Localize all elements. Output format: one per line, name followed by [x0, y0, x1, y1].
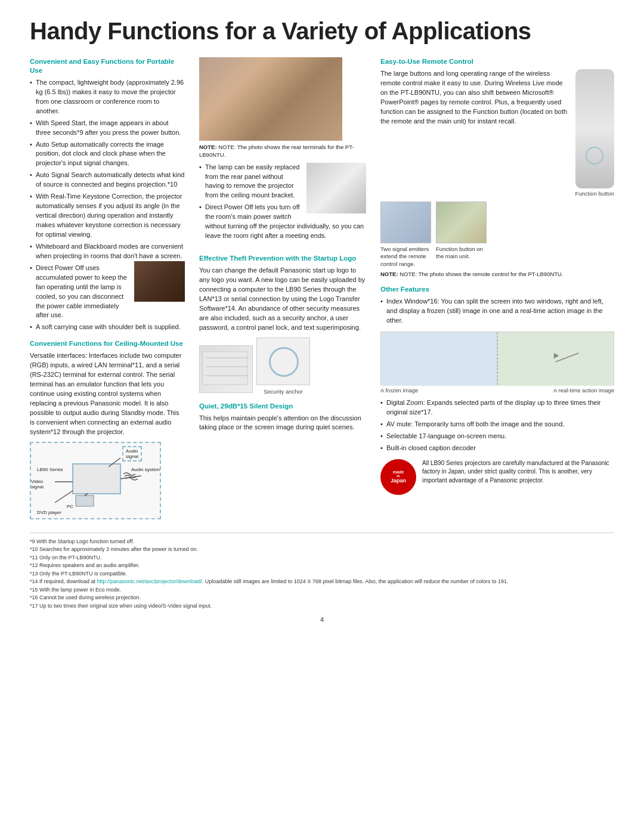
ceiling-body: Versatile interfaces: Interfaces include… [30, 351, 185, 436]
mij-japan: Japan [391, 478, 406, 484]
section-remote-title: Easy-to-Use Remote Control [380, 57, 614, 66]
lb90-diagram: Audiosignal LB90 Series Videosignal PC D… [30, 442, 161, 519]
remote-text: The large buttons and long operating ran… [380, 69, 571, 131]
list-item: The lamp can be easily replaced from the… [199, 163, 366, 201]
svg-line-3 [55, 491, 73, 503]
security-anchor-label: Security anchor [256, 388, 310, 395]
list-item: AV mute: Temporarily turns off both the … [380, 420, 614, 429]
section-ceiling-title: Convenient Functions for Ceiling-Mounted… [30, 339, 185, 348]
index-caption-left: A frozen image [380, 387, 418, 394]
signal-emitter-image-right [436, 202, 487, 243]
top-classroom-image [199, 57, 342, 141]
list-item: Index Window*16: You can split the scree… [380, 297, 614, 326]
footnote-17: *17 Up to two times their original size … [30, 602, 614, 611]
remote-control-image [575, 69, 614, 188]
footnotes-section: *9 With the Startup Logo function turned… [30, 532, 614, 611]
column-mid: NOTE: NOTE: The photo shows the rear ter… [199, 57, 366, 437]
theft-body: You can change the default Panasonic sta… [199, 266, 366, 333]
other-features-list-2: Digital Zoom: Expands selected parts of … [380, 398, 614, 453]
footnote-10: *10 Searches for approximately 3 minutes… [30, 546, 614, 554]
security-anchor-row: Security anchor [199, 337, 366, 395]
index-caption-right: A real-time action image [553, 387, 614, 394]
svg-rect-0 [73, 464, 120, 494]
signal-caption-right: Function button on the main unit. [436, 246, 487, 268]
list-item: Direct Power Off uses accumulated power … [30, 264, 185, 321]
other-features-list: Index Window*16: You can split the scree… [380, 297, 614, 326]
footnote-13: *13 Only the PT-LB90NTU is compatible. [30, 570, 614, 578]
list-item: Selectable 17-language on-screen menu. [380, 432, 614, 441]
section-portable-title: Convenient and Easy Functions for Portab… [30, 57, 185, 75]
page-title: Handy Functions for a Variety of Applica… [30, 18, 614, 44]
index-window-image [380, 332, 614, 385]
quiet-body: This helps maintain people's attention o… [199, 414, 366, 433]
remote-container: The large buttons and long operating ran… [380, 69, 614, 197]
mij-made: made [393, 470, 404, 474]
mij-text: All LB90 Series projectors are carefully… [422, 459, 614, 485]
footnote-15: *15 With the lamp power in Eco mode. [30, 586, 614, 594]
footnote-9: *9 With the Startup Logo function turned… [30, 538, 614, 546]
portable-bullets: The compact, lightweight body (approxima… [30, 78, 185, 332]
security-anchor-image-left [199, 345, 253, 393]
note-rear-terminals: NOTE: NOTE: The photo shows the rear ter… [199, 143, 366, 159]
signal-emitter-image-left [380, 202, 431, 243]
list-item: A soft carrying case with shoulder belt … [30, 323, 185, 332]
security-anchor-image-right [256, 337, 310, 385]
lb90-svg [31, 443, 162, 521]
made-in-japan-badge: made in Japan [380, 459, 416, 495]
footnote-14: *14 If required, download at http://pana… [30, 578, 614, 586]
index-window-svg [381, 332, 614, 386]
function-btn-label: Function button [575, 190, 615, 197]
list-item: Auto Signal Search automatically detects… [30, 171, 185, 190]
page-number: 4 [30, 616, 614, 623]
list-item: Digital Zoom: Expands selected parts of … [380, 398, 614, 417]
section-theft-title: Effective Theft Prevention with the Star… [199, 254, 366, 263]
svg-rect-1 [76, 496, 94, 506]
download-link[interactable]: http://panasonic.net/avc/projector/downl… [97, 578, 202, 584]
list-item: Built-in closed caption decoder [380, 444, 614, 453]
signal-caption-left: Two signal emitters extend the remote co… [380, 246, 431, 268]
list-item: Auto Setup automatically corrects the im… [30, 140, 185, 169]
footnote-12: *12 Requires speakers and an audio ampli… [30, 562, 614, 570]
remote-body: The large buttons and long operating ran… [380, 69, 571, 126]
svg-rect-11 [381, 332, 497, 386]
lb90-diagram-container: Audiosignal LB90 Series Videosignal PC D… [30, 442, 185, 519]
mid-bullets-top: The lamp can be easily replaced from the… [199, 163, 366, 241]
security-circle [269, 347, 299, 377]
section-quiet-title: Quiet, 29dB*15 Silent Design [199, 402, 366, 411]
column-right: Easy-to-Use Remote Control The large but… [380, 57, 614, 495]
signal-emitters-row [380, 202, 614, 243]
section-other-title: Other Features [380, 285, 614, 294]
list-item: The compact, lightweight body (approxima… [30, 78, 185, 116]
made-in-japan-section: made in Japan All LB90 Series projectors… [380, 459, 614, 495]
anchor-svg-left [200, 346, 253, 394]
list-item: With Real-Time Keystone Correction, the … [30, 192, 185, 240]
footnote-11: *11 Only on the PT-LB90NTU. [30, 554, 614, 562]
remote-circle [586, 147, 603, 165]
svg-rect-12 [497, 332, 614, 386]
footnote-16: *16 Cannot be used during wireless proje… [30, 594, 614, 602]
svg-rect-7 [203, 352, 247, 385]
list-item: With Speed Start, the image appears in a… [30, 119, 185, 138]
note-remote-photo: NOTE: NOTE: The photo shows the remote c… [380, 270, 614, 278]
list-item: Whiteboard and Blackboard modes are conv… [30, 242, 185, 261]
column-left: Convenient and Easy Functions for Portab… [30, 57, 185, 522]
list-item: Direct Power Off lets you turn off the r… [199, 203, 366, 241]
